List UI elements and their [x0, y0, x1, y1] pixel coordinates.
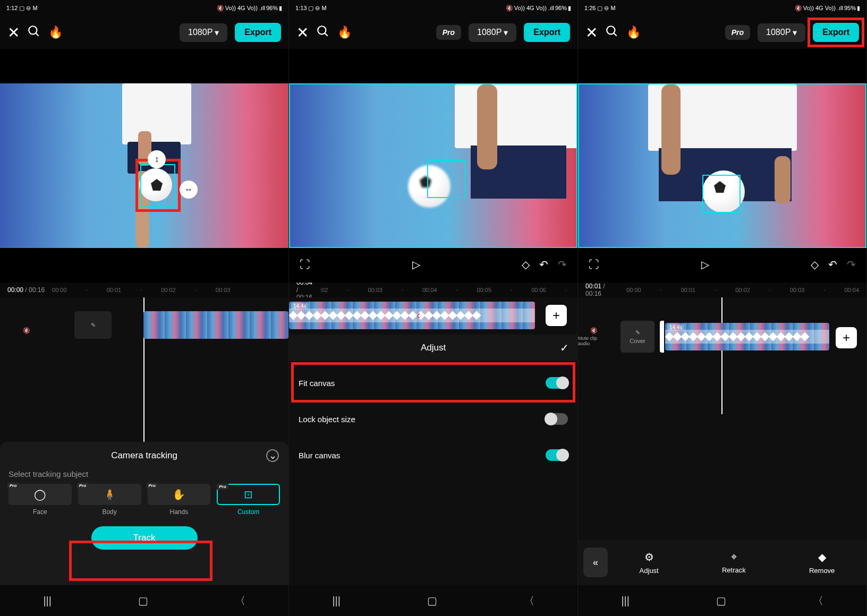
fit-canvas-toggle[interactable]: [546, 377, 568, 389]
tick: 00:05: [477, 287, 492, 293]
remove-action[interactable]: ◆ Remove: [809, 551, 835, 575]
sliders-icon: ⚙: [644, 551, 654, 563]
timeline[interactable]: 14.4s ‹ + Adjust ✓ Fit canvas Lock objec…: [289, 297, 577, 585]
play-icon[interactable]: ▷: [412, 258, 420, 271]
track-opt-custom[interactable]: Pro⊡ Custom: [217, 484, 280, 516]
battery-text: 96%: [266, 5, 278, 11]
video-preview-area: ⛶ ▷ ◇ ↶ ↷: [289, 49, 577, 283]
tracking-box[interactable]: [427, 160, 465, 198]
check-icon[interactable]: ✓: [560, 341, 569, 354]
chevron-down-icon: ▾: [504, 28, 508, 38]
resize-vertical-handle[interactable]: ↕: [148, 150, 166, 168]
mail-icon: M: [321, 5, 326, 11]
clip-handle-left[interactable]: [660, 321, 664, 353]
cover-cell[interactable]: ✎ Cover: [620, 321, 654, 353]
back-icon[interactable]: 〈: [235, 594, 245, 608]
undo-icon[interactable]: ↶: [828, 258, 837, 271]
collapse-icon[interactable]: ⌄: [266, 449, 279, 462]
video-preview[interactable]: ↕ ↔: [0, 83, 288, 248]
home-icon[interactable]: ▢: [427, 594, 437, 607]
adjust-action[interactable]: ⚙ Adjust: [640, 551, 659, 575]
home-icon[interactable]: ▢: [716, 594, 726, 607]
mute-clip-cell[interactable]: 🔇 Mute clip audio: [578, 323, 610, 350]
recents-icon[interactable]: |||: [43, 595, 52, 607]
video-clip[interactable]: 14.4s: [665, 323, 829, 350]
playhead[interactable]: [721, 297, 722, 414]
video-clip[interactable]: [143, 311, 288, 339]
search-icon[interactable]: [605, 24, 619, 40]
redo-icon[interactable]: ↷: [847, 258, 856, 271]
flame-icon[interactable]: 🔥: [626, 25, 641, 39]
tracking-box[interactable]: [702, 175, 741, 213]
search-icon[interactable]: [27, 24, 41, 40]
timeline-header: 00:01 / 00:16 00:00· 00:01· 00:02· 00:03…: [578, 283, 866, 297]
keyframe-icon[interactable]: ◇: [522, 258, 530, 271]
fullscreen-icon[interactable]: ⛶: [589, 259, 599, 271]
tick: 00:02: [161, 287, 176, 293]
tracking-options: Pro◯ Face Pro🧍 Body Pro✋ Hands Pro⊡ Cust…: [0, 484, 288, 523]
recents-icon[interactable]: |||: [332, 595, 341, 607]
pro-badge: Pro: [147, 483, 158, 489]
marker-icon[interactable]: ‹: [416, 302, 424, 329]
keyframe-icon[interactable]: ◇: [811, 258, 819, 271]
face-icon: ◯: [34, 488, 46, 501]
fullscreen-icon[interactable]: ⛶: [300, 259, 310, 271]
flame-icon[interactable]: 🔥: [48, 25, 63, 39]
action-bar: « ⚙ Adjust ⌖ Retrack ◆ Remove: [578, 540, 866, 585]
pro-badge[interactable]: Pro: [725, 25, 750, 40]
redo-icon[interactable]: ↷: [558, 258, 567, 271]
close-icon[interactable]: ✕: [7, 24, 20, 41]
lock-size-toggle[interactable]: [546, 413, 568, 425]
home-icon[interactable]: ▢: [138, 594, 148, 607]
track-opt-body[interactable]: Pro🧍 Body: [78, 484, 141, 516]
system-navbar: ||| ▢ 〈: [0, 585, 288, 616]
track-opt-hands[interactable]: Pro✋ Hands: [148, 484, 211, 516]
export-button[interactable]: Export: [524, 23, 570, 42]
tick: 00:06: [531, 287, 546, 293]
video-preview[interactable]: [578, 83, 866, 248]
pro-badge[interactable]: Pro: [436, 25, 461, 40]
retrack-action[interactable]: ⌖ Retrack: [722, 551, 746, 575]
cover-label: Cover: [630, 338, 645, 344]
tracking-box[interactable]: [140, 164, 175, 207]
recents-icon[interactable]: |||: [621, 595, 630, 607]
video-preview[interactable]: [289, 83, 577, 248]
mute-icon: 🔇: [795, 5, 802, 12]
back-icon[interactable]: 〈: [524, 594, 534, 608]
player-controls: ⛶ ▷ ◇ ↶ ↷: [578, 252, 866, 277]
video-clip[interactable]: 14.4s: [289, 302, 535, 329]
video-preview-area: ↕ ↔: [0, 49, 288, 283]
pic-icon: ▢: [19, 5, 24, 12]
panel-header: Camera tracking ⌄: [0, 442, 288, 469]
close-icon[interactable]: ✕: [585, 24, 598, 41]
play-icon[interactable]: ▷: [701, 258, 709, 271]
battery-icon: ▮: [568, 5, 571, 12]
resize-horizontal-handle[interactable]: ↔: [180, 181, 198, 199]
resolution-dropdown[interactable]: 1080P ▾: [469, 23, 516, 42]
close-icon[interactable]: ✕: [296, 24, 309, 41]
search-icon[interactable]: [316, 24, 330, 40]
cover-cell[interactable]: ✎: [74, 311, 112, 339]
resolution-dropdown[interactable]: 1080P ▾: [180, 23, 227, 42]
panel-title: Camera tracking: [111, 450, 177, 461]
battery-icon: ▮: [857, 5, 860, 12]
back-chevron-button[interactable]: «: [583, 547, 608, 577]
export-button[interactable]: Export: [235, 23, 281, 42]
mute-clip-cell[interactable]: 🔇: [11, 316, 42, 344]
highlight-annotation: [808, 18, 864, 47]
pro-badge: Pro: [217, 484, 228, 490]
action-label: Retrack: [722, 566, 746, 574]
battery-text: 95%: [844, 5, 856, 11]
flame-icon[interactable]: 🔥: [337, 25, 352, 39]
track-opt-face[interactable]: Pro◯ Face: [8, 484, 72, 516]
tick: 00:03: [790, 287, 805, 293]
row-label: Blur canvas: [299, 451, 340, 460]
resolution-dropdown[interactable]: 1080P ▾: [758, 23, 805, 42]
add-clip-button[interactable]: +: [546, 305, 567, 326]
add-clip-button[interactable]: +: [836, 327, 857, 348]
blur-canvas-toggle[interactable]: [546, 449, 568, 461]
back-icon[interactable]: 〈: [813, 594, 823, 608]
undo-icon[interactable]: ↶: [539, 258, 548, 271]
eraser-icon: ◆: [818, 551, 826, 563]
body-icon: 🧍: [103, 488, 116, 501]
